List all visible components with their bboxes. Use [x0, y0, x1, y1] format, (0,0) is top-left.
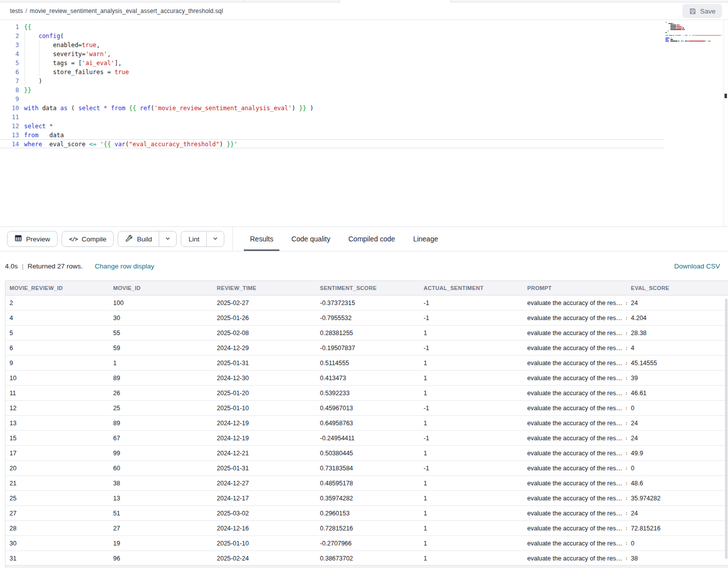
column-header-sentiment_score: SENTIMENT_SCORE — [316, 281, 420, 295]
table-cell: 59 — [109, 341, 213, 355]
prompt-cell: evaluate the accuracy of the res…› — [523, 551, 627, 565]
code-line[interactable]: 8}} — [0, 85, 664, 94]
table-cell: 30 — [6, 536, 109, 550]
table-cell: 12 — [6, 401, 109, 415]
tab-results[interactable]: Results — [241, 227, 282, 251]
table-cell: -0.37372315 — [316, 296, 420, 310]
build-dropdown-button[interactable] — [159, 231, 176, 246]
code-line[interactable]: 10with data as ( select * from {{ ref('m… — [0, 103, 664, 112]
table-cell: 49.9 — [627, 446, 728, 460]
lint-dropdown-button[interactable] — [206, 231, 224, 246]
code-token: 'movie_review_sentiment_analysis_eval' — [154, 105, 292, 112]
prompt-text: evaluate the accuracy of the res… — [527, 435, 622, 442]
code-line[interactable]: 4 severity='warn', — [0, 49, 664, 58]
table-cell: 0.50380445 — [316, 446, 420, 460]
lint-button[interactable]: Lint — [181, 231, 206, 246]
table-cell: 1 — [109, 356, 213, 370]
build-button[interactable]: Build — [118, 231, 159, 246]
table-cell: 2025-01-10 — [213, 536, 316, 550]
compile-button[interactable]: </> Compile — [62, 231, 114, 247]
code-line[interactable]: 5 tags = ['ai_eval'], — [0, 58, 664, 67]
table-cell: 2025-01-31 — [213, 461, 316, 475]
code-token: ( — [68, 105, 79, 112]
code-line[interactable]: 6 store_failures = true — [0, 67, 664, 76]
prompt-cell: evaluate the accuracy of the res…› — [523, 386, 627, 400]
code-line[interactable]: 12select * — [0, 121, 664, 130]
build-button-label: Build — [137, 235, 152, 243]
code-token: 'warn' — [86, 51, 107, 58]
change-row-display-link[interactable]: Change row display — [95, 262, 154, 270]
table-cell: 6 — [6, 341, 109, 355]
table-cell: 2 — [6, 296, 109, 310]
build-split-button: Build — [118, 231, 177, 247]
table-row: 10892024-12-300.4134731evaluate the accu… — [6, 371, 728, 386]
code-brackets-icon: </> — [69, 236, 78, 242]
results-body: 21002025-02-27-0.37372315-1evaluate the … — [6, 296, 728, 566]
results-horizontal-scrollbar[interactable] — [6, 565, 728, 568]
column-header-movie_review_id: MOVIE_REVIEW_ID — [6, 281, 109, 295]
code-line[interactable]: 7 ) — [0, 76, 664, 85]
table-row: 6592024-12-29-0.19507837-1evaluate the a… — [6, 341, 728, 356]
code-token: enabled= — [24, 42, 82, 49]
code-editor[interactable]: 1{{2 config(3 enabled=true,4 severity='w… — [0, 20, 728, 226]
code-lines[interactable]: 1{{2 config(3 enabled=true,4 severity='w… — [0, 22, 664, 148]
table-row: 912025-01-310.51145551evaluate the accur… — [6, 356, 728, 371]
editor-scrollbar-track — [723, 20, 724, 226]
download-csv-link[interactable]: Download CSV — [674, 262, 723, 270]
table-row: 31962025-02-240.386737021evaluate the ac… — [6, 551, 728, 566]
save-button[interactable]: Save — [682, 4, 722, 18]
code-line[interactable]: 11 — [0, 112, 664, 121]
code-token: as — [60, 105, 67, 112]
table-cell: 4 — [627, 341, 728, 355]
code-token: severity= — [24, 51, 86, 58]
code-line[interactable]: 3 enabled=true, — [0, 40, 664, 49]
table-cell: 2025-03-02 — [213, 506, 316, 520]
results-vertical-scrollbar[interactable] — [725, 299, 727, 559]
prompt-text: evaluate the accuracy of the res… — [527, 360, 622, 367]
table-cell: 0.64958763 — [316, 416, 420, 430]
preview-button[interactable]: Preview — [7, 231, 58, 247]
table-cell: 2025-02-08 — [213, 326, 316, 340]
code-line[interactable]: 1{{ — [0, 22, 664, 31]
compile-button-label: Compile — [82, 235, 107, 243]
code-token: data — [39, 105, 60, 112]
table-cell: 1 — [420, 491, 523, 505]
table-row: 12252025-01-100.45967013-1evaluate the a… — [6, 401, 728, 416]
code-line[interactable]: 2 config( — [0, 31, 664, 40]
code-line[interactable]: 9 — [0, 94, 664, 103]
code-token: 'ai_eval' — [82, 60, 115, 67]
prompt-text: evaluate the accuracy of the res… — [527, 465, 622, 472]
prompt-cell: evaluate the accuracy of the res…› — [523, 446, 627, 460]
table-cell: 15 — [6, 431, 109, 445]
editor-scrollbar-thumb[interactable] — [724, 94, 727, 98]
table-cell: 72.815216 — [627, 521, 728, 535]
tab-compiled-code[interactable]: Compiled code — [339, 227, 404, 251]
minimap[interactable] — [665, 22, 723, 42]
prompt-text: evaluate the accuracy of the res… — [527, 450, 622, 457]
prompt-cell: evaluate the accuracy of the res…› — [523, 431, 627, 445]
table-cell: 2024-12-30 — [213, 371, 316, 385]
table-cell: 19 — [109, 536, 213, 550]
code-line[interactable]: 14where eval_score <= '{{ var("eval_accu… — [0, 139, 664, 148]
table-row: 25132024-12-170.359742821evaluate the ac… — [6, 491, 728, 506]
table-row: 4302025-01-26-0.7955532-1evaluate the ac… — [6, 311, 728, 326]
code-line[interactable]: 13from data — [0, 130, 664, 139]
code-token — [97, 141, 100, 148]
code-token: {{ — [24, 24, 31, 31]
prompt-text: evaluate the accuracy of the res… — [527, 525, 622, 532]
code-token: }} — [24, 87, 31, 94]
table-cell: 2024-12-16 — [213, 521, 316, 535]
breadcrumb-folder[interactable]: tests — [10, 8, 23, 15]
code-token — [111, 141, 114, 148]
tab-lineage[interactable]: Lineage — [404, 227, 447, 251]
tab-code-quality[interactable]: Code quality — [282, 227, 339, 251]
table-cell: 38 — [109, 476, 213, 490]
table-cell: 2025-02-24 — [213, 551, 316, 565]
table-cell: 67 — [109, 431, 213, 445]
line-number: 13 — [0, 131, 19, 140]
table-cell: 2024-12-17 — [213, 491, 316, 505]
table-cell: 100 — [109, 296, 213, 310]
table-cell: 0.5392233 — [316, 386, 420, 400]
table-cell: 35.974282 — [627, 491, 728, 505]
prompt-cell: evaluate the accuracy of the res…› — [523, 311, 627, 325]
